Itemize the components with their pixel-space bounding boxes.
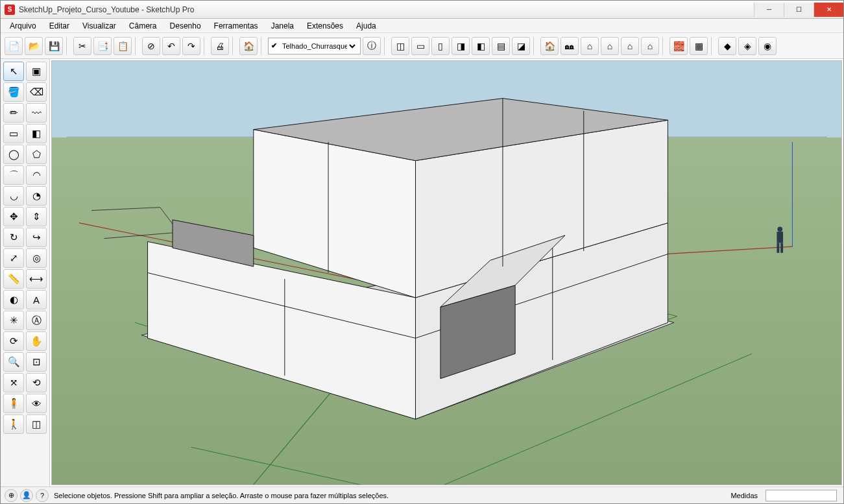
style5-icon[interactable]: ⌂ (621, 37, 639, 55)
ext4-icon[interactable]: ◈ (738, 37, 756, 55)
scale-tool[interactable]: ⤢ (3, 248, 24, 268)
tool-row: ◯⬠ (3, 145, 47, 164)
style4-icon[interactable]: ⌂ (601, 37, 619, 55)
new-file-icon[interactable]: 📄 (5, 37, 23, 55)
previous-tool[interactable]: ⟲ (26, 373, 47, 392)
menubar: ArquivoEditarVisualizarCâmeraDesenhoFerr… (1, 19, 843, 33)
freehand-tool[interactable]: 〰 (26, 103, 47, 123)
measurements-input[interactable] (766, 490, 837, 501)
position-camera-tool[interactable]: 🧍 (3, 394, 24, 413)
close-button[interactable]: ✕ (814, 3, 843, 17)
style6-icon[interactable]: ⌂ (641, 37, 659, 55)
tool-row: 🚶◫ (3, 414, 47, 434)
menu-visualizar[interactable]: Visualizar (77, 20, 121, 32)
left-icon[interactable]: ▤ (492, 37, 510, 55)
pencil-tool[interactable]: ✏ (3, 103, 24, 123)
zoom-window-tool[interactable]: ⊡ (26, 352, 47, 372)
tool-row: ⤧⟲ (3, 373, 47, 392)
offset-tool[interactable]: ◎ (26, 248, 47, 268)
help-icon[interactable]: ? (36, 489, 49, 502)
shade-icon[interactable]: ◪ (512, 37, 530, 55)
axes-tool[interactable]: ✳ (3, 311, 24, 330)
menu-extensões[interactable]: Extensões (302, 20, 348, 32)
menu-câmera[interactable]: Câmera (124, 20, 162, 32)
move-tool[interactable]: ✥ (3, 207, 24, 226)
minimize-button[interactable]: ─ (754, 3, 784, 17)
rotate-tool[interactable]: ↻ (3, 228, 24, 247)
credits-icon[interactable]: 👤 (20, 489, 33, 502)
iso-icon[interactable]: ◫ (391, 37, 409, 55)
layer-visible-check[interactable]: ✔ (271, 42, 277, 50)
copy-icon[interactable]: 📑 (93, 37, 112, 55)
paste-icon[interactable]: 📋 (114, 37, 132, 55)
protractor-tool[interactable]: ◐ (3, 290, 24, 309)
section-tool[interactable]: ◫ (26, 414, 47, 434)
arc2-tool[interactable]: ◠ (26, 165, 47, 185)
layer-dropdown[interactable]: Telhado_Churrasque (280, 42, 357, 51)
dimension-tool[interactable]: ⟷ (26, 269, 47, 289)
ext2-icon[interactable]: ▦ (690, 37, 708, 55)
menu-janela[interactable]: Janela (266, 20, 299, 32)
style3-icon[interactable]: ⌂ (581, 37, 599, 55)
tool-row: ✥⇕ (3, 207, 47, 226)
right-icon[interactable]: ◨ (452, 37, 470, 55)
layer-info-icon[interactable]: ⓘ (363, 37, 381, 55)
circle-tool[interactable]: ◯ (3, 145, 24, 164)
component-tool[interactable]: ▣ (26, 62, 47, 81)
model-render (52, 61, 841, 485)
save-icon[interactable]: 💾 (45, 37, 63, 55)
redo-icon[interactable]: ↷ (182, 37, 200, 55)
menu-editar[interactable]: Editar (44, 20, 75, 32)
zoom-tool[interactable]: 🔍 (3, 352, 24, 372)
undo-icon[interactable]: ↶ (162, 37, 180, 55)
tool-row: ⟳✋ (3, 331, 47, 351)
style2-icon[interactable]: 🏘 (561, 37, 579, 55)
menu-arquivo[interactable]: Arquivo (5, 20, 42, 32)
tool-row: ▭◧ (3, 124, 47, 143)
3dtext-tool[interactable]: Ⓐ (26, 311, 47, 330)
rotated-rect-tool[interactable]: ◧ (26, 124, 47, 143)
cancel-icon[interactable]: ⊘ (142, 37, 160, 55)
text-tool[interactable]: A (26, 290, 47, 309)
cut-icon[interactable]: ✂ (73, 37, 91, 55)
walk-tool[interactable]: 🚶 (3, 414, 24, 434)
zoom-extents-tool[interactable]: ⤧ (3, 373, 24, 392)
eraser-tool[interactable]: ⌫ (26, 82, 47, 102)
front-icon[interactable]: ▯ (431, 37, 450, 55)
open-file-icon[interactable]: 📂 (25, 37, 43, 55)
menu-ferramentas[interactable]: Ferramentas (209, 20, 263, 32)
top-icon[interactable]: ▭ (411, 37, 429, 55)
style1-icon[interactable]: 🏠 (540, 37, 559, 55)
arc-tool[interactable]: ⌒ (3, 165, 24, 185)
pushpull-tool[interactable]: ⇕ (26, 207, 47, 226)
paint-bucket-tool[interactable]: 🪣 (3, 82, 24, 102)
back-icon[interactable]: ◧ (472, 37, 490, 55)
orbit-tool[interactable]: ⟳ (3, 331, 24, 351)
ext1-icon[interactable]: 🧱 (669, 37, 688, 55)
separator (232, 37, 236, 55)
print-icon[interactable]: 🖨 (211, 37, 229, 55)
model-info-icon[interactable]: 🏠 (239, 37, 258, 55)
tool-row: ◡◔ (3, 186, 47, 206)
arc3-tool[interactable]: ◡ (3, 186, 24, 206)
rectangle-tool[interactable]: ▭ (3, 124, 24, 143)
tape-tool[interactable]: 📏 (3, 269, 24, 289)
pan-tool[interactable]: ✋ (26, 331, 47, 351)
select-tool[interactable]: ↖ (3, 62, 24, 81)
followme-tool[interactable]: ↪ (26, 228, 47, 247)
3d-viewport[interactable] (51, 60, 842, 485)
maximize-button[interactable]: ☐ (784, 3, 814, 17)
left-toolbar: ↖▣🪣⌫✏〰▭◧◯⬠⌒◠◡◔✥⇕↻↪⤢◎📏⟷◐A✳Ⓐ⟳✋🔍⊡⤧⟲🧍👁🚶◫ (1, 59, 50, 486)
menu-desenho[interactable]: Desenho (165, 20, 206, 32)
look-around-tool[interactable]: 👁 (26, 394, 47, 413)
pie-tool[interactable]: ◔ (26, 186, 47, 206)
polygon-tool[interactable]: ⬠ (26, 145, 47, 164)
statusbar: ⊕👤? Selecione objetos. Pressione Shift p… (1, 486, 843, 503)
geo-icon[interactable]: ⊕ (5, 489, 18, 502)
tool-row: ↖▣ (3, 62, 47, 81)
menu-ajuda[interactable]: Ajuda (351, 20, 381, 32)
ext3-icon[interactable]: ◆ (718, 37, 736, 55)
ext5-icon[interactable]: ◉ (758, 37, 777, 55)
measurements-label: Medidas (730, 492, 760, 499)
layer-selector[interactable]: ✔Telhado_Churrasque (268, 38, 361, 54)
